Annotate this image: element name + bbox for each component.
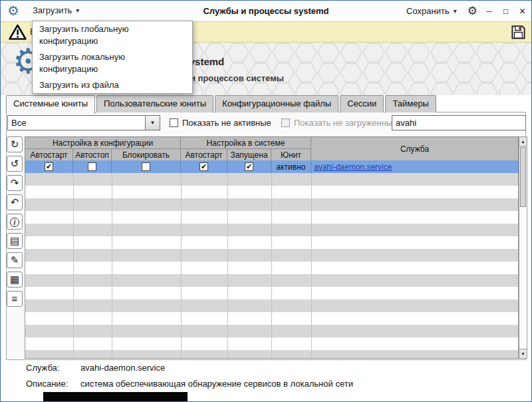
tab-timers[interactable]: Таймеры — [385, 95, 436, 112]
header-col-service: Служба — [311, 137, 519, 161]
refresh-button[interactable]: ↻ — [7, 136, 23, 152]
menu-item-load-global[interactable]: Загрузить глобальную конфигурацию — [33, 21, 192, 49]
file-button[interactable]: ▤ — [7, 233, 23, 249]
progress-bar — [43, 392, 188, 401]
load-menu-button[interactable]: Загрузить ▾ — [29, 3, 83, 18]
unit-filter-value: Все — [8, 116, 145, 130]
menu-item-load-file[interactable]: Загрузить из файла — [33, 77, 192, 93]
scrollbar-thumb[interactable] — [520, 147, 526, 207]
service-link[interactable]: avahi-daemon.service — [314, 162, 392, 172]
column-divider — [311, 173, 312, 358]
column-divider — [112, 173, 112, 358]
search-input[interactable] — [392, 115, 526, 130]
caret-down-icon: ▾ — [454, 7, 457, 15]
undo-arrow-icon: ↶ — [11, 196, 19, 208]
cell-autostart-config: ✔ — [25, 160, 73, 173]
reload-button[interactable]: ↺ — [7, 156, 23, 172]
header-group-system: Настройка в системе — [181, 137, 311, 149]
save-file-button[interactable] — [511, 25, 526, 43]
header-col-unit: Юнит — [271, 149, 311, 161]
column-divider — [227, 173, 228, 358]
header-col-autostop: Автостоп — [73, 149, 112, 161]
tab-config-files[interactable]: Конфигурационные файлы — [215, 95, 338, 112]
service-detail-label: Служба: — [26, 363, 59, 373]
show-unloaded-label: Показать не загруженные — [294, 118, 397, 128]
menu-item-load-local[interactable]: Загрузить локальную конфигурацию — [33, 49, 192, 77]
refresh-icon: ↻ — [11, 138, 19, 150]
edit-icon: ✎ — [11, 254, 19, 266]
redo-button[interactable]: ↷ — [7, 175, 23, 191]
app-gear-icon: ⚙ — [7, 3, 19, 19]
unit-status: активно — [277, 162, 306, 172]
cell-unit-status: активно — [271, 160, 311, 173]
table-row[interactable]: ✔ ✔ ✔ активно avahi-daemon.service — [25, 160, 519, 173]
vertical-scrollbar[interactable]: ▲ ▼ — [519, 136, 527, 359]
description-value: система обеспечивающая обнаружение серви… — [80, 379, 353, 389]
tab-sessions[interactable]: Сессии — [340, 95, 384, 112]
file-icon: ▤ — [10, 235, 19, 246]
description-label: Описание: — [26, 379, 68, 389]
journal-icon: ▦ — [10, 274, 19, 285]
edit-file-button[interactable]: ✎ — [7, 252, 23, 268]
autostop-checkbox[interactable] — [88, 162, 96, 171]
info-button[interactable]: i — [7, 214, 23, 230]
header-group-config: Настройка в конфигурации — [25, 137, 181, 149]
load-menu-dropdown: Загрузить глобальную конфигурацию Загруз… — [32, 21, 193, 94]
close-button[interactable]: ✕ — [517, 7, 527, 16]
combo-arrow-icon[interactable]: ▼ — [145, 116, 160, 130]
cell-running: ✔ — [227, 160, 271, 173]
tab-user-units[interactable]: Пользовательские юниты — [96, 95, 213, 112]
undo-button[interactable]: ↶ — [7, 194, 23, 210]
redo-arrow-icon: ↷ — [11, 177, 19, 188]
service-detail-value: avahi-daemon.service — [80, 363, 165, 373]
units-table-body — [25, 173, 519, 359]
maximize-button[interactable]: □ — [501, 7, 511, 16]
cell-autostop — [73, 160, 112, 173]
unit-filter-combobox[interactable]: Все ▼ — [7, 115, 160, 130]
list-icon: ≡ — [12, 293, 18, 304]
header-col-autostart-config: Автостарт — [25, 149, 73, 161]
tab-bar: Системные юниты Пользовательские юниты К… — [6, 95, 438, 114]
show-inactive-checkbox[interactable] — [170, 118, 178, 127]
app-window: ⚙ Загрузить ▾ Службы и процессы systemd … — [0, 0, 532, 402]
window-titlebar: ⚙ Загрузить ▾ Службы и процессы systemd … — [1, 1, 531, 22]
titlebar-actions: Сохранить ▾ ⚙ ─ □ ✕ — [402, 1, 527, 21]
show-unloaded-checkbox[interactable] — [281, 118, 290, 127]
caret-down-icon: ▾ — [76, 7, 79, 14]
load-menu-label: Загрузить — [33, 5, 72, 15]
header-col-running: Запущена — [227, 149, 271, 161]
column-divider — [73, 173, 74, 358]
cell-autostart-system: ✔ — [181, 160, 227, 173]
warning-icon — [9, 24, 27, 43]
tab-system-units[interactable]: Системные юниты — [6, 95, 95, 114]
column-divider — [181, 173, 182, 358]
cell-block — [112, 160, 181, 173]
autostart-system-checkbox[interactable]: ✔ — [200, 162, 208, 171]
show-inactive-label: Показать не активные — [182, 118, 271, 128]
autostart-config-checkbox[interactable]: ✔ — [45, 162, 53, 171]
scroll-up-button[interactable]: ▲ — [519, 137, 527, 146]
minimize-button[interactable]: ─ — [484, 7, 494, 16]
save-menu-label: Сохранить — [406, 6, 450, 16]
reload-icon: ↺ — [11, 158, 19, 169]
units-table-header: Настройка в конфигурации Настройка в сис… — [25, 136, 519, 161]
cell-service: avahi-daemon.service — [311, 160, 519, 173]
side-toolbar: ↻ ↺ ↷ ↶ i ▤ ✎ ▦ ≡ — [7, 136, 23, 307]
running-checkbox[interactable]: ✔ — [245, 162, 253, 171]
list-button[interactable]: ≡ — [7, 291, 23, 307]
header-col-block: Блокировать — [112, 149, 181, 161]
header-col-autostart-system: Автостарт — [181, 149, 227, 161]
column-divider — [271, 173, 272, 358]
journal-button[interactable]: ▦ — [7, 272, 23, 288]
save-menu-button[interactable]: Сохранить ▾ — [402, 3, 461, 19]
scroll-down-button[interactable]: ▼ — [519, 349, 527, 358]
settings-gear-button[interactable]: ⚙ — [467, 4, 477, 18]
info-icon: i — [10, 218, 19, 227]
block-checkbox[interactable] — [142, 162, 150, 171]
